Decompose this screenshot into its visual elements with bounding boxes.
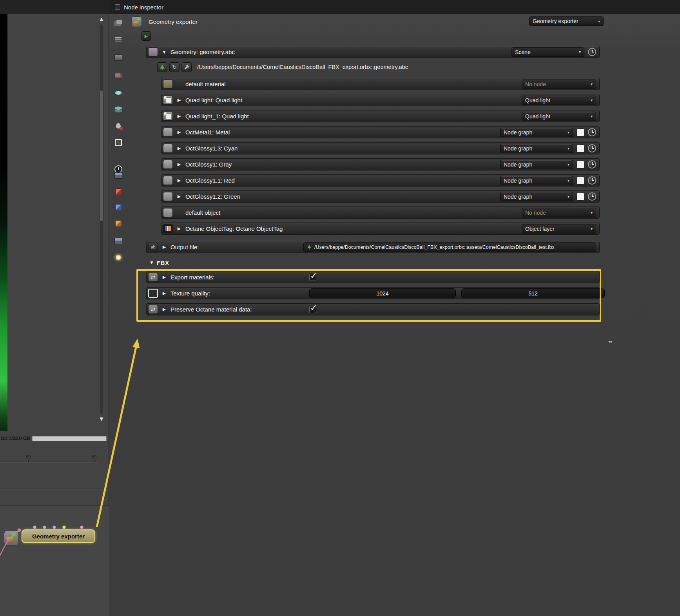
row-label: Export materials:	[170, 274, 215, 281]
texture-quality-value-2[interactable]: 512	[461, 288, 605, 298]
row-label: OctGlossy1.3: Cyan	[185, 145, 238, 152]
material-node-icon	[163, 176, 173, 185]
expander-icon[interactable]: ▶	[176, 146, 182, 151]
expander-icon[interactable]: ▶	[161, 291, 167, 296]
bool-node-icon	[148, 273, 158, 282]
expander-icon[interactable]: ▶	[176, 178, 182, 183]
settings-button[interactable]	[181, 62, 192, 72]
node-select-dropdown[interactable]: Node graph ▾	[500, 144, 573, 153]
node-pin-purple[interactable]	[43, 525, 46, 529]
check-icon: ✓	[310, 271, 317, 281]
scroll-up-button[interactable]: ▲	[97, 16, 106, 23]
material-drop-icon[interactable]	[112, 121, 124, 131]
row-export-materials: ▶ Export materials: ✓	[146, 271, 600, 283]
node-select-dropdown[interactable]: Object layer ▾	[522, 224, 596, 234]
geometry-exporter-node-icon[interactable]	[4, 531, 19, 545]
expander-open-icon[interactable]: ▼	[161, 50, 167, 54]
refresh-icon: ↻	[172, 64, 177, 70]
node-type-dropdown[interactable]: Geometry exporter ▾	[529, 16, 604, 26]
node-select-dropdown[interactable]: Quad light ▾	[522, 96, 596, 105]
expander-icon[interactable]: ▶	[176, 162, 182, 167]
material-node-icon	[163, 144, 173, 153]
node-select-dropdown[interactable]: Node graph ▾	[500, 192, 573, 201]
image-file-icon[interactable]	[112, 236, 124, 246]
export-materials-checkbox[interactable]: ✓	[309, 274, 316, 281]
expander-icon[interactable]: ▶	[176, 226, 182, 231]
row-label: Output file:	[170, 244, 199, 250]
color-swatch[interactable]	[577, 129, 584, 136]
row-quad-light-1: ▶ Quad light_1: Quad light Quad light ▾	[161, 110, 600, 122]
tree-icon	[160, 65, 165, 69]
pin-inspector-checkbox[interactable]	[115, 4, 120, 10]
node-select-dropdown[interactable]: No node ▾	[522, 208, 596, 217]
mouse-cursor: ⇔	[607, 337, 614, 346]
row-label: OctGlossy1.1: Red	[185, 177, 235, 184]
animation-clock-button[interactable]	[588, 160, 596, 168]
orange-cube-icon[interactable]	[112, 218, 124, 228]
node-select-dropdown[interactable]: Quad light ▾	[522, 112, 596, 121]
node-graph-panel[interactable]	[0, 506, 109, 616]
node-select-dropdown[interactable]: Node graph ▾	[500, 128, 573, 137]
row-label: Quad light: Quad light	[185, 97, 242, 103]
sun-node-icon[interactable]	[112, 252, 124, 263]
chevron-down-icon: ▾	[596, 19, 600, 24]
animation-clock-button[interactable]	[588, 128, 596, 136]
preserve-material-data-checkbox[interactable]: ✓	[309, 306, 316, 313]
timeline-rail[interactable]	[0, 462, 98, 462]
layer-stack-icon[interactable]	[112, 34, 124, 45]
reload-button[interactable]: ↻	[169, 62, 180, 72]
color-swatch[interactable]	[577, 161, 584, 168]
render-target-icon[interactable]	[112, 71, 124, 81]
color-swatch[interactable]	[577, 145, 584, 152]
expander-icon[interactable]: ▶	[161, 275, 167, 280]
copy-node-icon[interactable]	[112, 17, 124, 27]
geometry-exporter-node[interactable]: Geometry exporter	[22, 529, 95, 543]
expander-icon[interactable]: ▶	[176, 130, 182, 135]
image-node-icon[interactable]	[112, 53, 124, 63]
texture-square-icon[interactable]	[112, 138, 124, 148]
expander-icon[interactable]: ▶	[176, 114, 182, 119]
blue-cube-icon[interactable]	[112, 202, 124, 212]
export-file-button[interactable]	[157, 62, 167, 72]
chevron-down-icon: ▾	[577, 50, 581, 54]
texture-quality-value-1[interactable]: 1024	[309, 288, 456, 298]
animation-clock-button[interactable]	[588, 192, 596, 201]
expander-icon[interactable]: ▶	[176, 194, 182, 199]
red-cube-icon[interactable]	[112, 187, 124, 197]
expander-icon[interactable]: ▶	[176, 98, 182, 103]
fbx-section-header[interactable]: ▼ FBX	[149, 258, 169, 267]
row-octmetal1: ▶ OctMetal1: Metal Node graph ▾	[161, 126, 600, 138]
row-label: Quad light_1: Quad light	[185, 113, 249, 120]
animation-clock-button[interactable]	[588, 48, 596, 56]
disc-icon[interactable]	[112, 88, 124, 98]
node-select-dropdown[interactable]: No node ▾	[522, 80, 596, 89]
run-export-button[interactable]: ▶	[141, 31, 151, 41]
node-pin-yellow[interactable]	[62, 525, 66, 529]
animation-clock-button[interactable]	[588, 176, 596, 185]
chevron-down-icon: ▾	[565, 130, 569, 134]
geometry-source-dropdown[interactable]: Scene ▾	[511, 47, 584, 57]
vram-label: /32.1/32.0 GB	[1, 436, 30, 441]
row-quad-light: ▶ Quad light: Quad light Quad light ▾	[161, 94, 600, 106]
color-swatch[interactable]	[577, 193, 584, 201]
color-swatch[interactable]	[577, 177, 584, 185]
node-pin-purple[interactable]	[53, 525, 56, 529]
picture-node-icon[interactable]	[112, 170, 124, 181]
node-select-dropdown[interactable]: Node graph ▾	[500, 176, 573, 185]
node-pin-pink[interactable]	[80, 525, 83, 529]
scrollbar: ▲ ▼	[97, 16, 106, 422]
material-node-icon	[163, 160, 173, 169]
vram-progressbar	[32, 436, 107, 441]
check-icon: ✓	[310, 303, 317, 313]
expander-icon[interactable]: ▶	[161, 307, 167, 312]
disc-stack-icon[interactable]	[112, 104, 124, 114]
scrollbar-thumb[interactable]	[99, 90, 103, 221]
node-select-dropdown[interactable]: Node graph ▾	[500, 160, 573, 169]
panel-divider	[0, 489, 109, 489]
output-path-field[interactable]: /Users/beppe/Documents/CornelCausticsDis…	[303, 242, 596, 252]
expander-icon[interactable]: ▶	[161, 245, 167, 250]
scroll-down-button[interactable]: ▼	[97, 415, 106, 422]
animation-clock-button[interactable]	[588, 144, 596, 152]
node-pin-gray[interactable]	[33, 525, 36, 529]
node-inspector-panel: Node inspector Geometry exporter Geometr…	[109, 0, 680, 616]
